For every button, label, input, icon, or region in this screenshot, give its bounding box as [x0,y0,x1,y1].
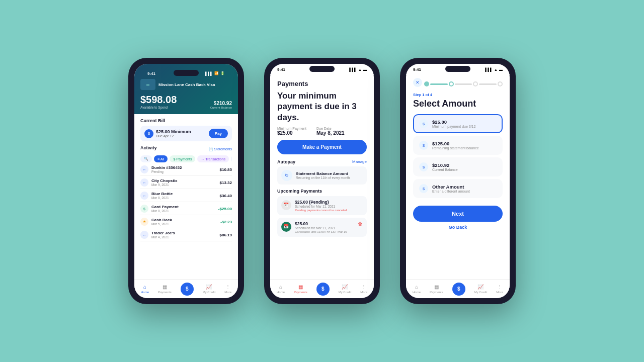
battery-icon: ▬ [363,68,367,71]
bill-minimum-amount: $25.00 Minimum [156,129,191,134]
manage-link[interactable]: Manage [352,159,367,164]
nav3-payments-label: Payments [430,291,443,294]
nav2-pay-fab[interactable]: $ [316,283,330,296]
nav-my-credit[interactable]: 📈 My Credit [203,284,216,294]
payments-page-title: Payments [277,80,367,87]
filter-all[interactable]: ≡ All [154,155,168,162]
credit-icon-2: 📈 [342,284,348,290]
nav-pay-fab[interactable]: $ [181,283,194,296]
table-row: ↔ Blue Bottle Mar 8, 2021 $36.40 [140,192,232,202]
amount-dollar-icon-2: $ [419,141,428,150]
nav2-payments[interactable]: ▦ Payments [294,284,307,294]
payments-icon: ▦ [163,284,167,290]
pay-button[interactable]: Pay [209,129,228,138]
amount-option-current-balance[interactable]: $ $210.92 Current Balance [413,157,503,176]
home-icon-2: ⌂ [279,284,282,290]
bill-dollar-icon: $ [144,129,153,138]
card-name: Mission Lane Cash Back Visa [158,82,215,87]
table-row: ★ Cash Back Mar 5, 2021 -$2.23 [140,218,232,228]
nav-more[interactable]: ⋮ More [224,284,231,294]
home-icon: ⌂ [143,284,146,290]
table-row: $ Card Payment Mar 8, 2021 -$25.00 [140,205,232,215]
due-date-value: May 8, 2021 [316,130,345,136]
amount-option-statement[interactable]: $ $125.00 Remaining statement balance [413,136,503,155]
autopay-sub: Recurring on the 11th of every month [296,176,350,179]
nav2-my-credit[interactable]: 📈 My Credit [339,284,352,294]
nav3-more[interactable]: ⋮ More [496,284,503,294]
due-banner: Your minimum payment is due in 3 days. [277,90,367,123]
nav3-payments[interactable]: ▦ Payments [430,284,443,294]
autopay-card: ↻ Statement Balance Amount Recurring on … [277,166,367,185]
table-row: ↔ Dunkin #356452 Pending $10.85 [140,165,232,176]
nav2-credit-label: My Credit [339,291,352,294]
phone-3: 9:41 ▌▌▌ ▲ ▬ ✕ [400,58,516,304]
close-button[interactable]: ✕ [413,78,422,87]
current-bill-title: Current Bill [140,118,232,123]
filter-tabs: 🔍 ≡ All $ Payments ↔ Transactions ⊞ [140,155,232,162]
progress-step-2-circle [449,81,454,86]
wifi-icon: 📶 [214,71,219,75]
progress-step-1-circle [424,81,429,86]
card-chip-icon: ▬ [140,79,155,90]
autopay-type: Statement Balance Amount [296,171,350,176]
make-payment-button[interactable]: Make a Payment [277,140,367,154]
nav3-pay-fab[interactable]: $ [452,283,465,296]
nav3-credit-label: My Credit [474,291,488,294]
current-balance-label: Current Balance [210,106,232,109]
transaction-list: ↔ Dunkin #356452 Pending $10.85 ↔ City C… [140,165,232,241]
progress-line-2 [455,83,472,85]
nav3-home[interactable]: ⌂ Home [413,284,421,294]
go-back-link[interactable]: Go Back [413,225,503,230]
tx-icon: ↔ [140,231,148,239]
progress-step-4-circle [498,81,503,86]
nav-credit-label: My Credit [203,291,216,294]
bottom-nav: ⌂ Home ▦ Payments $ 📈 My Credit ⋮ More [134,279,238,298]
bill-due-date: Due Apr 12 [156,134,191,138]
tx-icon: ↔ [140,178,148,187]
nav3-more-label: More [496,291,503,294]
tx-icon: ↔ [140,165,148,173]
due-date-label: Due Date [316,127,345,130]
bottom-nav-3: ⌂ Home ▦ Payments $ 📈 My Credit ⋮ More [406,279,510,298]
signal-icon-3: ▌▌▌ [485,68,493,71]
more-icon-2: ⋮ [361,284,366,290]
signal-icon: ▌▌▌ [349,68,357,71]
cashback-icon: ★ [140,218,148,226]
phone-1: 9:41 ▌▌▌ 📶 🔋 ▬ Mission Lane Cash Back Vi… [128,58,244,304]
upcoming-payment-pending: 📅 $25.00 (Pending) Scheduled for Mar 11,… [277,196,367,215]
battery-icon: 🔋 [220,71,225,75]
nav-payments[interactable]: ▦ Payments [158,284,172,294]
progress-step-3-circle [473,81,478,86]
p1-time: 9:41 [147,71,155,76]
filter-transactions[interactable]: ↔ Transactions [197,155,229,162]
min-payment-label: Minimum Payment [277,127,306,130]
amount-option-other[interactable]: $ Other Amount Enter a different amount [413,179,503,198]
credit-icon-3: 📈 [477,284,484,290]
autopay-icon: ↻ [281,170,292,181]
nav3-home-label: Home [413,291,421,294]
delete-upcoming-icon[interactable]: 🗑 [358,221,363,227]
nav2-more[interactable]: ⋮ More [360,284,367,294]
upcoming-title: Upcoming Payments [277,189,367,194]
nav2-more-label: More [360,291,367,294]
filter-search[interactable]: 🔍 [140,155,152,162]
home-icon-3: ⌂ [415,284,418,290]
progress-line-3 [479,83,497,85]
more-icon-3: ⋮ [497,284,502,290]
nav-home[interactable]: ⌂ Home [141,284,149,294]
amount-option-minimum[interactable]: $ $25.00 Minimum payment due 3/12 [413,114,503,133]
next-button[interactable]: Next [413,206,503,222]
nav2-home[interactable]: ⌂ Home [277,284,285,294]
amount-dollar-icon-1: $ [419,119,428,128]
available-spend-label: Available to Spend [140,106,177,109]
autopay-title: Autopay [277,159,295,164]
active-calendar-icon: 📅 [281,222,291,232]
payments-icon-2: ▦ [298,284,303,290]
select-amount-title: Select Amount [413,99,503,109]
p3-time: 9:41 [413,67,421,72]
filter-payments[interactable]: $ Payments [170,155,195,162]
nav3-my-credit[interactable]: 📈 My Credit [474,284,488,294]
pending-calendar-icon: 📅 [281,200,291,210]
filter-more[interactable]: ⊞ [231,155,232,162]
statements-link[interactable]: 📄 Statements [209,147,232,151]
